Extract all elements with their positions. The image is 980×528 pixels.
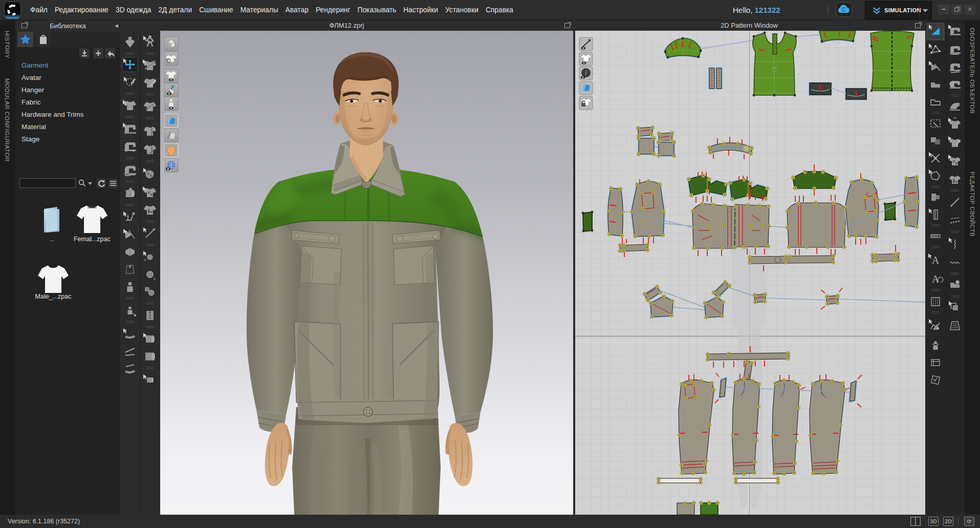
- svg-text:C: C: [842, 6, 846, 13]
- svg-text:A: A: [932, 255, 940, 266]
- svg-text:i: i: [585, 69, 587, 76]
